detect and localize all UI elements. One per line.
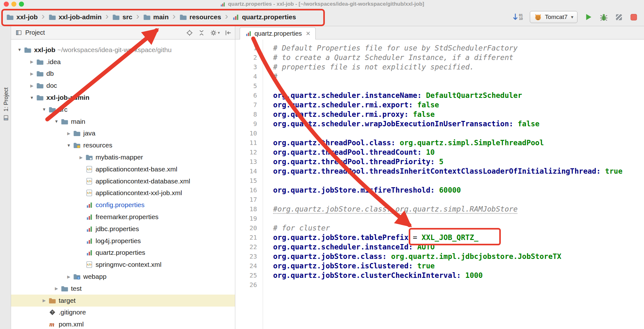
- code-line: org.quartz.jobStore.isClustered: true: [273, 261, 644, 271]
- coverage-button[interactable]: [615, 13, 623, 21]
- tree-item-label: .idea: [46, 58, 61, 66]
- breadcrumb-item-quartz.properties[interactable]: quartz.properties: [232, 13, 296, 21]
- code-line: [273, 129, 644, 138]
- chevron-expanded-icon[interactable]: ▼: [64, 143, 73, 148]
- gear-icon: [210, 29, 217, 36]
- tree-item-doc[interactable]: ▶doc: [11, 80, 235, 92]
- breadcrumb-item-xxl-job-admin[interactable]: xxl-job-admin: [49, 13, 102, 21]
- tree-item-java[interactable]: ▶java: [11, 128, 235, 140]
- close-window-button[interactable]: [4, 2, 9, 7]
- zoom-window-button[interactable]: [19, 2, 24, 7]
- code-token: [413, 243, 417, 251]
- chevron-collapsed-icon[interactable]: ▶: [64, 131, 73, 136]
- stop-button[interactable]: [630, 13, 638, 21]
- folder-icon: [61, 118, 68, 125]
- line-number: 20: [235, 223, 263, 233]
- chevron-expanded-icon[interactable]: ▼: [15, 47, 24, 52]
- project-tool-window-button[interactable]: 1: Project: [0, 65, 11, 122]
- code-token: true: [605, 167, 622, 175]
- line-number: 16: [235, 185, 263, 195]
- tree-item-webapp[interactable]: ▶webapp: [11, 271, 235, 283]
- code-token: false: [518, 120, 539, 128]
- properties-file-icon: [220, 2, 225, 7]
- tree-item-main[interactable]: ▼main: [11, 116, 235, 128]
- tree-item-.gitignore[interactable]: ?.gitignore: [11, 307, 235, 319]
- code-line: [273, 195, 644, 204]
- close-tab-icon[interactable]: ×: [306, 30, 310, 37]
- tree-item-applicationcontext-database.xml[interactable]: applicationcontext-database.xml: [11, 175, 235, 187]
- code-line: [273, 214, 644, 223]
- code-token: [387, 252, 391, 260]
- chevron-collapsed-icon[interactable]: ▶: [40, 298, 49, 303]
- hide-panel-button[interactable]: [225, 29, 232, 36]
- tree-item-target[interactable]: ▶target: [11, 295, 235, 307]
- line-number: 17: [235, 195, 263, 204]
- chevron-expanded-icon[interactable]: ▼: [27, 95, 36, 100]
- project-panel-toolbar: ▾: [186, 29, 232, 36]
- code-line: org.quartz.scheduler.instanceId: AUTO: [273, 242, 644, 252]
- breadcrumb-item-src[interactable]: src: [112, 13, 132, 21]
- editor-code[interactable]: # Default Properties file for use by Std…: [263, 39, 644, 329]
- code-token: org.quartz.threadPool.class:: [273, 139, 395, 147]
- tree-item-springmvc-context.xml[interactable]: springmvc-context.xml: [11, 259, 235, 271]
- tree-item-applicationcontext-base.xml[interactable]: applicationcontext-base.xml: [11, 163, 235, 175]
- tree-item-xxl-job-admin[interactable]: ▼xxl-job-admin: [11, 92, 235, 104]
- editor[interactable]: 1234567891011121314151617181920212223242…: [235, 39, 644, 329]
- tree-item-jdbc.properties[interactable]: jdbc.properties: [11, 223, 235, 235]
- line-number: 11: [235, 138, 263, 147]
- tree-item-label: applicationcontext-xxl-job.xml: [96, 189, 182, 197]
- breadcrumb-label: quartz.properties: [242, 13, 296, 21]
- properties-icon: [85, 201, 93, 208]
- tree-item-test[interactable]: ▶test: [11, 283, 235, 295]
- sort-numeric-icon[interactable]: 01 10: [512, 13, 523, 21]
- settings-button[interactable]: ▾: [210, 29, 220, 36]
- debug-button[interactable]: [600, 13, 608, 21]
- tree-item-mybatis-mapper[interactable]: ▶mybatis-mapper: [11, 151, 235, 163]
- tree-item-pom.xml[interactable]: mpom.xml: [11, 318, 235, 329]
- tree-item-freemarker.properties[interactable]: freemarker.properties: [11, 211, 235, 223]
- minimize-window-button[interactable]: [11, 2, 16, 7]
- project-tree[interactable]: ▼xxl-job~/workspaces/idea-git-workspace/…: [11, 39, 235, 329]
- tree-item-src[interactable]: ▼src: [11, 104, 235, 116]
- tool-window-strip: 1: Project: [0, 26, 11, 329]
- scroll-from-source-button[interactable]: [186, 29, 193, 36]
- code-token: [408, 110, 413, 118]
- code-line: org.quartz.scheduler.instanceName: Defau…: [273, 91, 644, 100]
- tree-item-applicationcontext-xxl-job.xml[interactable]: applicationcontext-xxl-job.xml: [11, 187, 235, 199]
- code-line: org.quartz.scheduler.wrapJobExecutionInU…: [273, 119, 644, 129]
- project-panel-icon: [3, 115, 9, 121]
- tree-item-.idea[interactable]: ▶.idea: [11, 56, 235, 68]
- chevron-collapsed-icon[interactable]: ▶: [52, 286, 61, 291]
- code-token: 5: [439, 158, 443, 166]
- line-number: 13: [235, 157, 263, 166]
- svg-text:m: m: [49, 321, 54, 328]
- properties-file-icon: [232, 14, 239, 21]
- chevron-collapsed-icon[interactable]: ▶: [27, 71, 36, 76]
- chevron-expanded-icon[interactable]: ▼: [52, 119, 61, 124]
- tree-item-db[interactable]: ▶db: [11, 68, 235, 80]
- chevron-expanded-icon[interactable]: ▼: [40, 107, 49, 112]
- run-configuration-select[interactable]: Tomcat7 ▾: [530, 11, 577, 23]
- tab-quartz-properties[interactable]: quartz.properties ×: [240, 27, 316, 39]
- code-token: org.quartz.simpl.SimpleThreadPool: [400, 139, 544, 147]
- code-token: [413, 262, 417, 270]
- breadcrumb-item-main[interactable]: main: [143, 13, 169, 21]
- chevron-collapsed-icon[interactable]: ▶: [77, 155, 85, 160]
- breadcrumb-item-xxl-job[interactable]: xxl-job: [6, 13, 38, 21]
- tree-item-config.properties[interactable]: config.properties: [11, 199, 235, 211]
- run-button[interactable]: [584, 13, 593, 21]
- code-token: [422, 91, 426, 99]
- collapse-all-button[interactable]: [198, 29, 205, 36]
- breadcrumb-item-resources[interactable]: resources: [179, 13, 221, 21]
- tree-item-xxl-job[interactable]: ▼xxl-job~/workspaces/idea-git-workspace/…: [11, 44, 235, 56]
- tree-item-resources[interactable]: ▼resources: [11, 139, 235, 151]
- editor-gutter[interactable]: 1234567891011121314151617181920212223242…: [235, 39, 263, 329]
- folder-icon: [36, 58, 44, 65]
- chevron-collapsed-icon[interactable]: ▶: [27, 83, 36, 88]
- tree-item-log4j.properties[interactable]: log4j.properties: [11, 235, 235, 247]
- tree-item-quartz.properties[interactable]: quartz.properties: [11, 247, 235, 259]
- chevron-collapsed-icon[interactable]: ▶: [27, 59, 36, 64]
- code-token: [601, 167, 605, 175]
- code-line: [273, 176, 644, 185]
- chevron-collapsed-icon[interactable]: ▶: [64, 274, 73, 279]
